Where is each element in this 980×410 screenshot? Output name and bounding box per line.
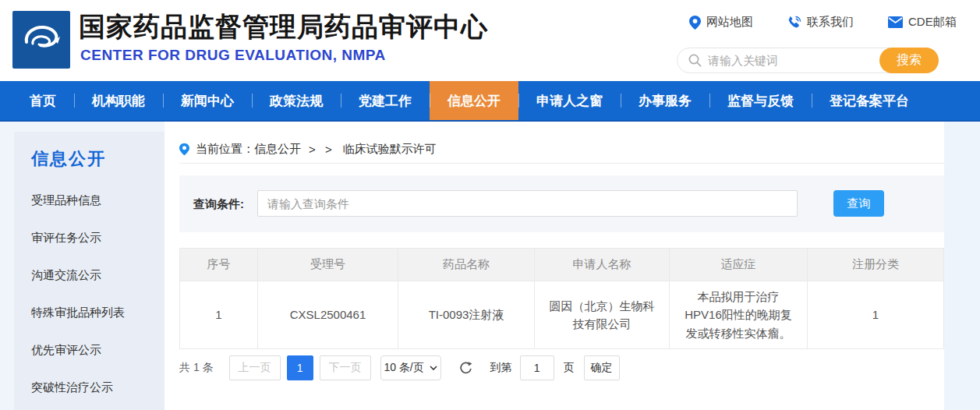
cell-drug-name: TI-0093注射液 xyxy=(398,281,535,349)
cde-logo-icon xyxy=(19,17,64,62)
nav-item-info-disclosure[interactable]: 信息公开 xyxy=(430,81,518,120)
sidebar-item-breakthrough-therapy[interactable]: 突破性治疗公示 xyxy=(14,369,165,406)
mailbox-label: CDE邮箱 xyxy=(908,15,957,30)
query-button[interactable]: 查询 xyxy=(833,190,884,217)
cell-indication: 本品拟用于治疗HPV16阳性的晚期复发或转移性实体瘤。 xyxy=(670,281,808,349)
table-header-row: 序号 受理号 药品名称 申请人名称 适应症 注册分类 xyxy=(180,249,944,281)
breadcrumb-separator: > > xyxy=(309,143,335,156)
mail-icon xyxy=(888,16,903,28)
nav-item-registration-platform[interactable]: 登记备案平台 xyxy=(812,81,927,120)
cell-seq: 1 xyxy=(180,281,258,349)
cell-acceptance-no: CXSL2500461 xyxy=(258,281,398,349)
table-row: 1 CXSL2500461 TI-0093注射液 圆因（北京）生物科技有限公司 … xyxy=(180,281,944,349)
nav-item-news[interactable]: 新闻中心 xyxy=(163,81,252,120)
col-header-applicant: 申请人名称 xyxy=(535,249,670,281)
page-size-select[interactable]: 10 条/页 xyxy=(380,355,441,380)
query-panel: 查询条件: 查询 xyxy=(179,175,944,232)
page-unit-label: 页 xyxy=(564,361,575,375)
nav-item-home[interactable]: 首页 xyxy=(12,81,74,120)
site-subtitle: CENTER FOR DRUG EVALUATION, NMPA xyxy=(80,47,386,64)
sidebar-item-special-approval[interactable]: 特殊审批品种列表 xyxy=(14,294,165,331)
sidebar-title: 信息公开 xyxy=(31,147,165,171)
breadcrumb-label: 当前位置： xyxy=(196,142,254,157)
confirm-button[interactable]: 确定 xyxy=(584,355,620,380)
sidebar-item-priority-review[interactable]: 优先审评公示 xyxy=(14,331,165,369)
query-input[interactable] xyxy=(257,190,798,217)
phone-icon xyxy=(787,16,801,30)
nav-item-party[interactable]: 党建工作 xyxy=(341,81,430,120)
col-header-seq: 序号 xyxy=(180,249,258,281)
nav-item-services[interactable]: 办事服务 xyxy=(621,81,709,120)
top-links: 网站地图 联系我们 CDE邮箱 xyxy=(689,15,957,30)
next-page-button[interactable]: 下一页 xyxy=(320,355,371,380)
nav-item-policies[interactable]: 政策法规 xyxy=(252,81,341,120)
pagination-total: 共 1 条 xyxy=(179,361,214,375)
main-nav: 首页 机构职能 新闻中心 政策法规 党建工作 信息公开 申请人之窗 办事服务 监… xyxy=(0,81,980,122)
results-table: 序号 受理号 药品名称 申请人名称 适应症 注册分类 1 CXSL2500461… xyxy=(179,248,944,349)
page-1-button[interactable]: 1 xyxy=(287,355,313,380)
sidebar-item-review-tasks[interactable]: 审评任务公示 xyxy=(14,219,165,256)
refresh-icon[interactable] xyxy=(458,361,473,376)
background-strip-left xyxy=(0,122,14,410)
goto-page-label: 到第 xyxy=(490,361,512,375)
prev-page-button[interactable]: 上一页 xyxy=(229,355,281,380)
col-header-acceptance-no: 受理号 xyxy=(258,249,398,281)
query-label: 查询条件: xyxy=(193,197,244,212)
search-bar: 搜索 xyxy=(677,48,939,73)
col-header-reg-category: 注册分类 xyxy=(808,249,944,281)
mailbox-link[interactable]: CDE邮箱 xyxy=(888,15,957,30)
background-strip-top xyxy=(0,122,165,132)
chevron-down-icon xyxy=(430,366,437,370)
nav-item-functions[interactable]: 机构职能 xyxy=(74,81,163,120)
site-title: 国家药品监督管理局药品审评中心 xyxy=(79,9,488,45)
search-input[interactable] xyxy=(702,54,879,67)
sidebar-item-communication[interactable]: 沟通交流公示 xyxy=(14,256,165,294)
sitemap-link[interactable]: 网站地图 xyxy=(689,15,753,30)
pagination: 共 1 条 上一页 1 下一页 10 条/页 到第 页 确定 xyxy=(179,355,620,381)
sidebar-item-accepted-varieties[interactable]: 受理品种信息 xyxy=(14,182,165,219)
search-button[interactable]: 搜索 xyxy=(879,48,939,73)
background-strip-right xyxy=(944,122,980,410)
location-pin-icon xyxy=(179,143,189,156)
breadcrumb: 当前位置： 信息公开 > > 临床试验默示许可 xyxy=(179,135,944,164)
contact-label: 联系我们 xyxy=(807,15,854,30)
page: 国家药品监督管理局药品审评中心 CENTER FOR DRUG EVALUATI… xyxy=(0,0,980,410)
page-size-value: 10 条/页 xyxy=(384,361,423,375)
goto-page-input[interactable] xyxy=(520,355,554,380)
breadcrumb-current: 临床试验默示许可 xyxy=(343,142,437,157)
breadcrumb-section[interactable]: 信息公开 xyxy=(254,142,301,157)
nav-item-supervision[interactable]: 监督与反馈 xyxy=(709,81,812,120)
cde-logo xyxy=(12,11,70,69)
cell-applicant: 圆因（北京）生物科技有限公司 xyxy=(535,281,670,349)
col-header-indication: 适应症 xyxy=(670,249,808,281)
contact-link[interactable]: 联系我们 xyxy=(787,15,854,30)
sidebar: 信息公开 受理品种信息 审评任务公示 沟通交流公示 特殊审批品种列表 优先审评公… xyxy=(14,132,165,410)
header: 国家药品监督管理局药品审评中心 CENTER FOR DRUG EVALUATI… xyxy=(0,0,980,81)
sidebar-list: 受理品种信息 审评任务公示 沟通交流公示 特殊审批品种列表 优先审评公示 突破性… xyxy=(14,182,165,406)
search-icon xyxy=(688,54,702,67)
sitemap-label: 网站地图 xyxy=(706,15,753,30)
col-header-drug-name: 药品名称 xyxy=(398,249,535,281)
map-pin-icon xyxy=(689,16,701,30)
nav-item-applicant-window[interactable]: 申请人之窗 xyxy=(518,81,621,120)
cell-reg-category: 1 xyxy=(808,281,944,349)
